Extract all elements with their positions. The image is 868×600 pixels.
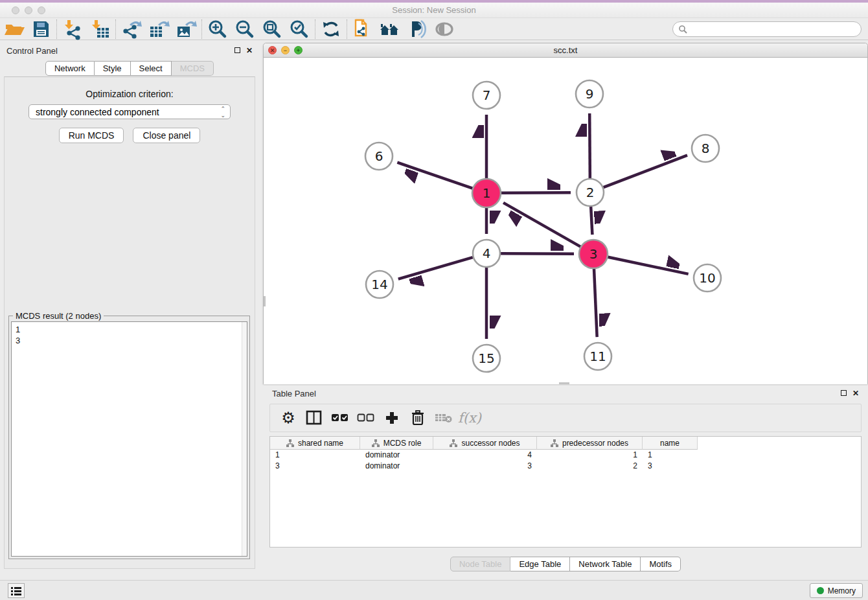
delete-table-icon[interactable] — [432, 406, 455, 430]
column-header-shared-name[interactable]: shared name — [270, 437, 360, 450]
table-cell[interactable]: 3 — [643, 461, 698, 472]
search-field[interactable] — [672, 21, 862, 37]
table-cell[interactable]: 1 — [537, 450, 643, 461]
result-line: 3 — [16, 335, 243, 346]
graph-node-label-4: 4 — [483, 246, 491, 261]
graph-edge-1-2[interactable] — [501, 192, 571, 193]
float-panel-icon[interactable] — [234, 46, 240, 55]
table-row[interactable]: 3dominator323 — [270, 461, 861, 472]
column-header-predecessor-nodes[interactable]: predecessor nodes — [537, 437, 643, 450]
network-graph[interactable]: 7968124314101511 — [264, 58, 867, 384]
table-cell[interactable]: 2 — [537, 461, 643, 472]
home-view-icon[interactable] — [376, 19, 404, 40]
graph-edge-4-3[interactable] — [501, 253, 574, 254]
graph-edge-3-10[interactable] — [608, 257, 689, 274]
float-table-panel-icon[interactable] — [841, 389, 847, 398]
vertical-scroll-nub[interactable] — [264, 296, 266, 306]
delete-icon[interactable] — [406, 406, 429, 430]
table-cell[interactable]: dominator — [360, 450, 433, 461]
graph-edge-2-9[interactable] — [589, 113, 590, 178]
import-network-icon[interactable] — [59, 19, 86, 40]
graph-edge-1-6[interactable] — [397, 163, 473, 189]
graph-edge-3-1[interactable] — [503, 203, 581, 247]
memory-button[interactable]: Memory — [810, 583, 863, 598]
column-label: name — [660, 439, 680, 448]
columns-icon[interactable] — [303, 406, 326, 430]
tab-edge-table[interactable]: Edge Table — [510, 557, 570, 571]
export-table-icon[interactable] — [145, 19, 172, 40]
network-document-icon[interactable] — [349, 19, 376, 40]
table-cell[interactable]: 3 — [433, 461, 537, 472]
search-input[interactable] — [687, 25, 849, 34]
graph-edge-2-3[interactable] — [591, 207, 592, 235]
toolbar-separator — [115, 19, 116, 39]
network-window-titlebar[interactable]: ✕ − + scc.txt — [264, 43, 867, 58]
network-canvas[interactable]: 7968124314101511 — [264, 58, 867, 384]
close-panel-button[interactable]: Close panel — [133, 128, 200, 143]
graph-node-label-9: 9 — [586, 86, 594, 102]
tab-select[interactable]: Select — [131, 61, 172, 76]
zoom-fit-icon[interactable] — [258, 19, 286, 40]
criterion-value: strongly connected component — [36, 107, 159, 117]
add-icon[interactable] — [380, 406, 404, 430]
close-table-panel-icon[interactable]: ✕ — [852, 389, 859, 398]
table-panel-title: Table Panel — [272, 389, 316, 398]
task-history-button[interactable] — [8, 583, 25, 598]
chevron-updown-icon: ⌃⌄ — [220, 106, 225, 119]
table-cell[interactable]: 1 — [643, 450, 698, 461]
graph-node-label-11: 11 — [589, 349, 606, 364]
graph-edge-3-11[interactable] — [594, 268, 597, 337]
eye-icon[interactable] — [431, 19, 458, 40]
table-row[interactable]: 1dominator411 — [270, 450, 861, 461]
deselect-all-icon[interactable] — [354, 406, 378, 430]
zoom-out-icon[interactable] — [231, 19, 258, 40]
column-tree-icon — [551, 439, 558, 447]
open-session-icon[interactable] — [0, 19, 27, 40]
import-table-icon[interactable] — [86, 19, 113, 40]
run-mcds-button[interactable]: Run MCDS — [59, 128, 124, 143]
mcds-result-text[interactable]: 1 3 — [11, 321, 247, 557]
table-cell[interactable]: 3 — [270, 461, 360, 472]
zoom-in-icon[interactable] — [204, 19, 231, 40]
graph-edge-4-14[interactable] — [398, 257, 473, 279]
graph-node-label-10: 10 — [699, 270, 715, 286]
tab-motifs[interactable]: Motifs — [641, 557, 681, 571]
horizontal-scroll-nub[interactable] — [559, 382, 569, 384]
refresh-icon[interactable] — [317, 19, 345, 40]
column-tree-icon — [286, 439, 294, 447]
gear-icon[interactable]: ⚙ — [277, 406, 300, 430]
result-scrollbar[interactable] — [242, 322, 247, 556]
main-toolbar — [0, 18, 868, 40]
tab-network[interactable]: Network — [45, 61, 95, 76]
function-builder-icon[interactable]: f(x) — [458, 406, 481, 430]
table-cell[interactable]: dominator — [360, 461, 433, 472]
network-view-title: scc.txt — [264, 45, 867, 55]
tab-network-table[interactable]: Network Table — [570, 557, 641, 571]
graph-edge-2-8[interactable] — [604, 156, 687, 187]
network-view-window: ✕ − + scc.txt 7968124314101511 — [263, 43, 868, 384]
graph-node-label-15: 15 — [478, 351, 494, 366]
save-session-icon[interactable] — [27, 19, 54, 40]
column-header-MCDS-role[interactable]: MCDS role — [360, 437, 433, 450]
criterion-dropdown[interactable]: strongly connected component ⌃⌄ — [29, 104, 231, 119]
hide-panel-icon[interactable] — [404, 19, 431, 40]
close-panel-icon[interactable]: ✕ — [246, 46, 253, 55]
export-network-icon[interactable] — [118, 19, 145, 40]
select-all-icon[interactable] — [328, 406, 352, 430]
tab-style[interactable]: Style — [95, 61, 131, 76]
mcds-tab-content: Optimization criterion: strongly connect… — [4, 76, 255, 569]
column-label: predecessor nodes — [562, 439, 628, 448]
app-window: Session: New Session — [0, 0, 868, 600]
tab-mcds[interactable]: MCDS — [172, 61, 214, 76]
node-table[interactable]: shared nameMCDS rolesuccessor nodesprede… — [269, 436, 862, 548]
search-icon — [678, 25, 687, 34]
column-header-name[interactable]: name — [643, 437, 698, 450]
table-cell[interactable]: 1 — [270, 450, 360, 461]
app-titlebar: Session: New Session — [0, 3, 868, 18]
graph-node-label-1: 1 — [483, 185, 491, 201]
zoom-selected-icon[interactable] — [286, 19, 313, 40]
tab-node-table[interactable]: Node Table — [450, 557, 511, 571]
column-header-successor-nodes[interactable]: successor nodes — [433, 437, 537, 450]
export-image-icon[interactable] — [172, 19, 200, 40]
table-cell[interactable]: 4 — [433, 450, 537, 461]
